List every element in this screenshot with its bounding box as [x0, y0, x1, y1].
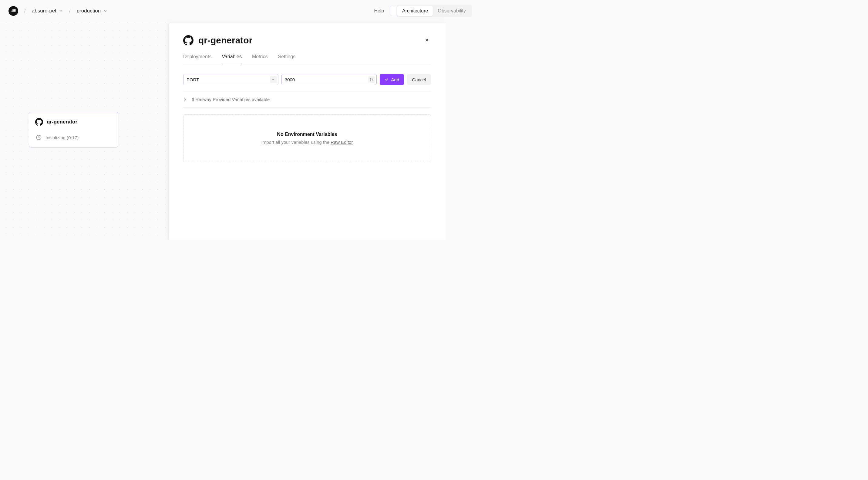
- chevron-down-icon[interactable]: [270, 76, 277, 83]
- view-switcher: Architecture Observability: [396, 5, 445, 17]
- status-text: Initializing (0:17): [45, 135, 79, 140]
- breadcrumb-separator: /: [23, 8, 27, 14]
- github-icon: [183, 35, 193, 46]
- railway-logo-icon: [11, 8, 16, 14]
- variable-key-input[interactable]: [183, 74, 278, 85]
- close-button[interactable]: [423, 36, 431, 45]
- add-button[interactable]: Add: [380, 74, 404, 85]
- tab-metrics[interactable]: Metrics: [252, 54, 268, 64]
- github-icon: [35, 118, 43, 126]
- project-canvas[interactable]: qr-generator Initializing (0:17) qr-gene…: [0, 22, 445, 240]
- breadcrumb-project[interactable]: absurd-pet: [32, 8, 63, 14]
- tab-observability[interactable]: Observability: [433, 6, 445, 16]
- chevron-down-icon: [103, 9, 107, 13]
- add-button-label: Add: [391, 77, 399, 82]
- service-card-status: Initializing (0:17): [35, 134, 112, 141]
- topbar: / absurd-pet / production Architecture O…: [0, 0, 445, 22]
- close-icon: [424, 38, 429, 42]
- raw-editor-link[interactable]: Raw Editor: [331, 140, 353, 145]
- tab-deployments[interactable]: Deployments: [183, 54, 211, 64]
- variable-form: {} Add Cancel: [183, 64, 431, 91]
- breadcrumb-environment[interactable]: production: [77, 8, 107, 14]
- tab-settings[interactable]: Settings: [278, 54, 296, 64]
- empty-state: No Environment Variables Import all your…: [183, 114, 431, 162]
- tab-variables[interactable]: Variables: [222, 54, 242, 64]
- breadcrumb: / absurd-pet / production: [8, 6, 107, 16]
- check-icon: [384, 78, 389, 82]
- panel-tabs: Deployments Variables Metrics Settings: [183, 54, 431, 64]
- panel-title: qr-generator: [198, 35, 423, 46]
- breadcrumb-project-label: absurd-pet: [32, 8, 56, 14]
- cancel-button[interactable]: Cancel: [407, 74, 431, 85]
- empty-sub-prefix: Import all your variables using the: [261, 140, 331, 145]
- service-card[interactable]: qr-generator Initializing (0:17): [29, 112, 118, 147]
- empty-subtitle: Import all your variables using the Raw …: [190, 140, 425, 145]
- service-card-title: qr-generator: [47, 119, 78, 125]
- provided-variables-row[interactable]: 6 Railway Provided Variables available: [183, 91, 431, 108]
- provided-variables-label: 6 Railway Provided Variables available: [192, 97, 270, 102]
- panel-header: qr-generator: [183, 35, 431, 46]
- clock-icon: [36, 134, 42, 141]
- braces-icon[interactable]: {}: [368, 76, 375, 83]
- help-link[interactable]: Help: [374, 8, 384, 14]
- breadcrumb-environment-label: production: [77, 8, 101, 14]
- chevron-right-icon: [183, 97, 187, 102]
- empty-title: No Environment Variables: [190, 132, 425, 137]
- service-card-header: qr-generator: [35, 118, 112, 126]
- service-panel: qr-generator Deployments Variables Metri…: [168, 22, 445, 240]
- app-logo[interactable]: [8, 6, 18, 16]
- breadcrumb-separator: /: [68, 8, 72, 14]
- variable-value-input[interactable]: [281, 74, 377, 85]
- tab-architecture[interactable]: Architecture: [397, 6, 433, 16]
- chevron-down-icon: [59, 9, 63, 13]
